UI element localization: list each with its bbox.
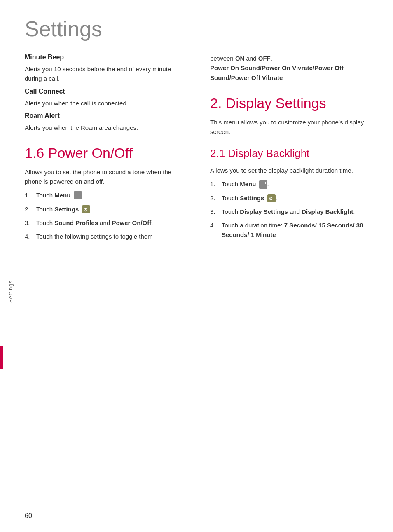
menu-icon-right-1 [259,180,267,189]
step-right-4-bold: 7 Seconds/ 15 Seconds/ 30 Seconds/ 1 Min… [222,222,363,238]
right-intro-text: between ON and OFF. Power On Sound/Power… [210,54,377,82]
step-left-1-num: 1. [25,190,36,200]
step-left-2-num: 2. [25,204,36,214]
power-options-bold: Power On Sound/Power On Vivrate/Power Of… [210,64,344,81]
roam-alert-heading: Roam Alert [25,112,185,120]
display-backlight-section: 2.1 Display Backlight Allows you to set … [210,147,377,240]
step-right-3: 3. Touch Display Settings and Display Ba… [210,207,377,216]
step-right-2-num: 2. [210,193,222,203]
display-backlight-heading: 2.1 Display Backlight [210,147,377,160]
step-left-2-text: Touch Settings . [36,204,185,214]
call-connect-body: Alerts you when the call is connected. [25,98,185,108]
settings-icon-left-2 [82,205,90,213]
step-right-3-bold1: Display Settings [240,208,288,215]
step-left-3-text: Touch Sound Profiles and Power On/Off. [36,218,185,227]
display-backlight-body: Allows you to set the display backlight … [210,166,377,175]
step-right-2-bold: Settings [240,195,264,202]
minute-beep-body: Alerts you 10 seconds before the end of … [25,64,185,84]
page-number: 60 [25,509,49,520]
minute-beep-section: Minute Beep Alerts you 10 seconds before… [25,54,185,84]
step-right-4: 4. Touch a duration time: 7 Seconds/ 15 … [210,220,377,240]
roam-alert-body: Alerts you when the Roam area changes. [25,123,185,132]
settings-icon-right-2 [267,194,276,202]
step-right-2-text: Touch Settings . [222,193,377,203]
step-left-1-text: Touch Menu . [36,190,185,200]
step-left-4-num: 4. [25,232,36,241]
on-bold: ON [235,55,245,62]
step-right-3-text: Touch Display Settings and Display Backl… [222,207,377,216]
display-settings-body: This menu allows you to customize your p… [210,117,377,137]
display-settings-heading: 2. Display Settings [210,95,377,112]
step-right-1: 1. Touch Menu . [210,179,377,189]
menu-icon-left-1 [74,191,82,199]
call-connect-section: Call Connect Alerts you when the call is… [25,88,185,108]
step-right-3-num: 3. [210,207,222,216]
step-left-3-num: 3. [25,218,36,227]
step-left-2: 2. Touch Settings . [25,204,185,214]
step-right-1-text: Touch Menu . [222,179,377,189]
display-backlight-steps: 1. Touch Menu . 2. Touch Settings . [210,179,377,239]
step-left-1-bold: Menu [54,192,70,199]
off-bold: OFF [258,55,271,62]
minute-beep-heading: Minute Beep [25,54,185,61]
step-left-4: 4. Touch the following settings to toggl… [25,232,185,241]
call-connect-heading: Call Connect [25,88,185,95]
step-left-1: 1. Touch Menu . [25,190,185,200]
power-on-off-heading: 1.6 Power On/Off [25,145,185,162]
right-column: between ON and OFF. Power On Sound/Power… [198,54,393,245]
sidebar-bar [0,346,3,369]
step-right-4-num: 4. [210,220,222,230]
step-left-3-bold2: Power On/Off [112,219,151,226]
page-container: Settings Settings Minute Beep Alerts you… [0,0,393,532]
step-left-3: 3. Touch Sound Profiles and Power On/Off… [25,218,185,227]
power-on-off-steps: 1. Touch Menu . 2. Touch Settings . [25,190,185,241]
sidebar-label: Settings [7,280,14,303]
display-settings-section: 2. Display Settings This menu allows you… [210,95,377,136]
power-on-off-section: 1.6 Power On/Off Allows you to set the p… [25,145,185,241]
step-right-4-text: Touch a duration time: 7 Seconds/ 15 Sec… [222,220,377,240]
step-right-2: 2. Touch Settings . [210,193,377,203]
left-column: Minute Beep Alerts you 10 seconds before… [0,54,198,245]
step-right-1-bold: Menu [240,180,256,187]
step-left-3-bold1: Sound Profiles [54,219,98,226]
page-title: Settings [0,16,393,41]
step-left-2-bold: Settings [54,206,79,213]
columns: Minute Beep Alerts you 10 seconds before… [0,54,393,245]
roam-alert-section: Roam Alert Alerts you when the Roam area… [25,112,185,132]
step-right-1-num: 1. [210,179,222,189]
step-left-4-text: Touch the following settings to toggle t… [36,232,185,241]
step-right-3-bold2: Display Backlight [302,208,353,215]
power-on-off-body: Allows you to set the phone to sound a t… [25,167,185,187]
